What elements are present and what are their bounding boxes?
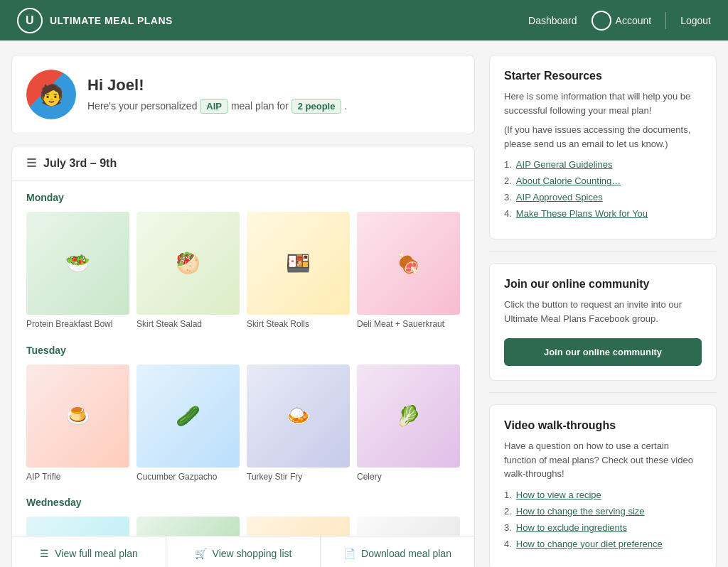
meal-name: AIP Trifle [26,472,129,483]
people-badge: 2 people [291,99,342,114]
meal-card[interactable]: 🥗Protein Breakfast Bowl [26,212,129,330]
meal-image: 🥒 [136,364,240,468]
meal-card[interactable]: 🥙Skirt Steak Salad [136,212,240,330]
video-num-2: 2. [504,506,512,517]
week-label: July 3rd – 9th [43,157,117,170]
user-avatar: 🧑 [26,70,76,119]
header: U ULTIMATE MEAL PLANS Dashboard Account … [0,0,728,40]
meal-card[interactable]: 🍖Deli Meat + Sauerkraut [357,212,460,330]
video-link-1[interactable]: How to view a recipe [516,490,601,500]
view-meal-plan-label: View full meal plan [55,548,137,559]
starter-resources-note: (If you have issues accessing the docume… [504,123,702,151]
account-avatar-icon [592,11,611,31]
main-container: 🧑 Hi Joel! Here's your personalized AIP … [0,40,728,567]
meal-card[interactable]: 🌯Veggie Wrap [136,517,240,536]
meals-grid: 🍮AIP Trifle🥒Cucumber Gazpacho🍛Turkey Sti… [26,364,460,483]
nav-account[interactable]: Account [616,15,652,26]
video-link-2[interactable]: How to change the serving size [516,506,645,517]
day-section-wednesday: Wednesday🥤Green Smoothie🌯Veggie Wrap🥗Chi… [26,497,460,536]
nav-dashboard[interactable]: Dashboard [528,15,577,26]
video-walkthroughs-title: Video walk-throughs [504,419,702,432]
description-middle: meal plan for [231,100,289,112]
meals-grid: 🥗Protein Breakfast Bowl🥙Skirt Steak Sala… [26,212,460,330]
meal-name: Skirt Steak Rolls [247,319,350,330]
meal-image: 🥬 [357,364,460,468]
resource-item-3: 3. AIP Approved Spices [504,192,702,202]
video-walkthroughs-list: 1. How to view a recipe 2. How to change… [504,490,702,549]
welcome-section: 🧑 Hi Joel! Here's your personalized AIP … [11,55,475,134]
meal-image: 🍱 [247,212,350,315]
right-sidebar: Starter Resources Here is some informati… [489,55,717,567]
video-num-1: 1. [504,490,512,500]
resource-link-4[interactable]: Make These Plans Work for You [516,208,648,219]
meal-name: Celery [357,472,460,483]
shopping-cart-icon: 🛒 [195,548,207,559]
list-icon: ☰ [26,156,36,170]
resource-num-1: 1. [504,159,512,170]
meal-card[interactable]: 🥗Chicken Salad [247,517,350,536]
sidebar-divider-2 [489,392,717,393]
meal-image: 🍛 [247,364,350,468]
meal-card[interactable]: 🍲Soup [357,517,460,536]
logo: U ULTIMATE MEAL PLANS [17,8,173,33]
meal-card[interactable]: 🍮AIP Trifle [26,364,129,483]
community-button[interactable]: Join our online community [504,338,702,366]
starter-resources-card: Starter Resources Here is some informati… [489,55,717,239]
meal-card[interactable]: 🍱Skirt Steak Rolls [247,212,350,330]
video-link-3[interactable]: How to exclude ingredients [516,522,627,533]
day-label: Tuesday [26,345,460,356]
download-icon: 📄 [343,548,355,559]
video-item-2: 2. How to change the serving size [504,506,702,517]
video-item-3: 3. How to exclude ingredients [504,522,702,533]
view-meal-plan-button[interactable]: ☰ View full meal plan [12,536,166,567]
view-shopping-list-label: View shopping list [213,548,292,559]
description-suffix: . [344,100,347,112]
starter-resources-title: Starter Resources [504,70,702,82]
action-bar: ☰ View full meal plan 🛒 View shopping li… [12,536,474,567]
left-content: 🧑 Hi Joel! Here's your personalized AIP … [11,55,475,567]
nav-logout[interactable]: Logout [680,15,711,26]
logo-text: ULTIMATE MEAL PLANS [50,15,173,26]
meal-name: Protein Breakfast Bowl [26,319,129,330]
starter-resources-intro: Here is some information that will help … [504,90,702,117]
description-prefix: Here's your personalized [87,100,197,112]
nav-separator [665,12,666,29]
meal-image: 🥤 [26,517,129,536]
meal-card[interactable]: 🥬Celery [357,364,460,483]
meal-card[interactable]: 🥒Cucumber Gazpacho [136,364,240,483]
community-card: Join our online community Click the butt… [489,263,717,381]
day-section-tuesday: Tuesday🍮AIP Trifle🥒Cucumber Gazpacho🍛Tur… [26,345,460,483]
greeting-heading: Hi Joel! [87,76,347,94]
logo-icon: U [17,8,43,33]
day-label: Wednesday [26,497,460,508]
resource-link-2[interactable]: About Calorie Counting… [516,176,621,186]
meal-image: 🥙 [136,212,240,315]
video-walkthroughs-description: Have a question on how to use a certain … [504,439,702,481]
meal-image: 🍖 [357,212,460,315]
resource-link-3[interactable]: AIP Approved Spices [516,192,603,202]
week-header: ☰ July 3rd – 9th [12,146,474,180]
video-item-4: 4. How to change your diet preference [504,539,702,549]
meal-name: Turkey Stir Fry [247,472,350,483]
download-meal-plan-button[interactable]: 📄 Download meal plan [321,536,474,567]
starter-resources-list: 1. AIP General Guidelines 2. About Calor… [504,159,702,219]
resource-num-2: 2. [504,176,512,186]
welcome-description: Here's your personalized AIP meal plan f… [87,99,347,114]
resource-num-3: 3. [504,192,512,202]
video-link-4[interactable]: How to change your diet preference [516,539,663,549]
meal-plan-section: ☰ July 3rd – 9th Monday🥗Protein Breakfas… [11,146,475,567]
welcome-text: Hi Joel! Here's your personalized AIP me… [87,76,347,114]
resource-link-1[interactable]: AIP General Guidelines [516,159,613,170]
video-num-4: 4. [504,539,512,549]
main-nav: Dashboard Account Logout [528,11,711,31]
meal-name: Cucumber Gazpacho [136,472,240,483]
community-title: Join our online community [504,278,702,291]
view-shopping-list-button[interactable]: 🛒 View shopping list [166,536,321,567]
video-num-3: 3. [504,522,512,533]
resource-item-2: 2. About Calorie Counting… [504,176,702,186]
nav-account-group: Account [592,11,652,31]
meals-grid: 🥤Green Smoothie🌯Veggie Wrap🥗Chicken Sala… [26,517,460,536]
meal-card[interactable]: 🍛Turkey Stir Fry [247,364,350,483]
meal-card[interactable]: 🥤Green Smoothie [26,517,129,536]
video-walkthroughs-card: Video walk-throughs Have a question on h… [489,404,717,567]
